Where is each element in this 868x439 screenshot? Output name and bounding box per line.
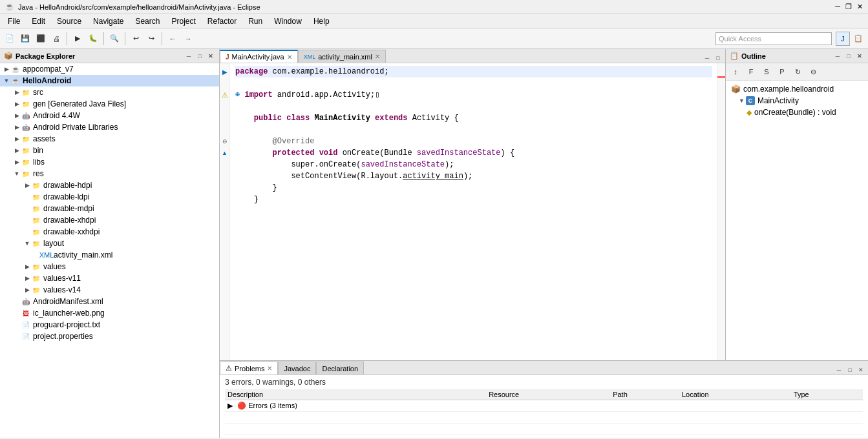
outline-close-btn[interactable]: ✕ bbox=[855, 52, 864, 61]
outline-method[interactable]: ◆ onCreate(Bundle) : void bbox=[728, 107, 865, 118]
errors-group-row[interactable]: ▶ 🔴 Errors (3 items) bbox=[225, 400, 863, 412]
expand-arrow-layout[interactable]: ▼ bbox=[23, 240, 31, 247]
problems-maximize-btn[interactable]: □ bbox=[845, 365, 854, 374]
back-btn[interactable]: ← bbox=[165, 32, 180, 46]
tree-item-drawable-hdpi[interactable]: ▶ 📁 drawable-hdpi bbox=[0, 179, 219, 191]
expand-arrow-values[interactable]: ▶ bbox=[23, 263, 31, 271]
tree-item-iclauncher[interactable]: 🖼 ic_launcher-web.png bbox=[0, 307, 219, 319]
tree-item-bin[interactable]: ▶ 📁 bin bbox=[0, 145, 219, 156]
expand-arrow-drawable-xhdpi[interactable] bbox=[23, 216, 31, 224]
menu-navigate[interactable]: Navigate bbox=[88, 15, 129, 27]
menu-source[interactable]: Source bbox=[52, 15, 87, 27]
menu-run[interactable]: Run bbox=[243, 15, 268, 27]
tree-item-helloandroid[interactable]: ▼ ☕ HelloAndroid bbox=[0, 75, 219, 87]
tree-item-private-libs[interactable]: ▶ 🤖 Android Private Libraries bbox=[0, 121, 219, 133]
tree-item-drawable-xhdpi[interactable]: 📁 drawable-xhdpi bbox=[0, 214, 219, 226]
problems-close-btn[interactable]: ✕ bbox=[856, 365, 865, 374]
outline-hide-nonpublic-btn[interactable]: P bbox=[775, 65, 789, 79]
editor-maximize-btn[interactable]: □ bbox=[714, 54, 723, 63]
expand-errors-arrow[interactable]: ▶ bbox=[228, 402, 233, 409]
maximize-panel-btn[interactable]: □ bbox=[195, 52, 204, 61]
tree-item-activity-main-xml[interactable]: XML activity_main.xml bbox=[0, 249, 219, 261]
outline-sync-btn[interactable]: ↻ bbox=[790, 65, 805, 79]
ann-line-8[interactable]: ▲ bbox=[220, 147, 229, 159]
close-btn[interactable]: ✕ bbox=[857, 3, 863, 11]
menu-search[interactable]: Search bbox=[130, 15, 165, 27]
expand-arrow-appcompat[interactable]: ▶ bbox=[3, 65, 10, 73]
close-panel-btn[interactable]: ✕ bbox=[206, 52, 215, 61]
forward-btn[interactable]: → bbox=[181, 32, 195, 46]
tree-item-drawable-ldpi[interactable]: 📁 drawable-ldpi bbox=[0, 191, 219, 203]
expand-arrow-drawable-xxhdpi[interactable] bbox=[23, 228, 31, 236]
outline-expand-class[interactable]: ▼ bbox=[739, 97, 745, 104]
expand-arrow-values-v14[interactable]: ▶ bbox=[23, 286, 31, 294]
tree-item-values-v11[interactable]: ▶ 📁 values-v11 bbox=[0, 272, 219, 284]
expand-arrow-res[interactable]: ▼ bbox=[13, 170, 21, 178]
expand-arrow-drawable-ldpi[interactable] bbox=[23, 193, 31, 201]
tree-item-appcompat[interactable]: ▶ ☕ appcompat_v7 bbox=[0, 63, 219, 75]
save-all-btn[interactable]: ⬛ bbox=[34, 32, 48, 46]
expand-arrow-private-libs[interactable]: ▶ bbox=[13, 123, 21, 131]
outline-package[interactable]: 📦 com.example.helloandroid bbox=[728, 83, 865, 95]
expand-arrow-drawable-hdpi[interactable]: ▶ bbox=[23, 181, 31, 189]
outline-hide-fields-btn[interactable]: F bbox=[744, 65, 758, 79]
outline-maximize-btn[interactable]: □ bbox=[844, 52, 853, 61]
expand-arrow-gen[interactable]: ▶ bbox=[13, 100, 21, 108]
tab-javadoc[interactable]: Javadoc bbox=[278, 362, 316, 374]
outline-hide-static-btn[interactable]: S bbox=[759, 65, 774, 79]
debug-btn[interactable]: 🐛 bbox=[86, 32, 100, 46]
tab-declaration[interactable]: Declaration bbox=[316, 362, 364, 374]
tree-item-src[interactable]: ▶ 📁 src bbox=[0, 87, 219, 98]
redo-btn[interactable]: ↪ bbox=[144, 32, 158, 46]
overview-ruler[interactable] bbox=[717, 63, 725, 360]
tree-item-libs[interactable]: ▶ 📁 libs bbox=[0, 156, 219, 168]
menu-edit[interactable]: Edit bbox=[26, 15, 50, 27]
restore-btn[interactable]: ❐ bbox=[845, 3, 852, 11]
tree-item-res[interactable]: ▼ 📁 res bbox=[0, 168, 219, 179]
expand-arrow-assets[interactable]: ▶ bbox=[13, 135, 21, 143]
tree-item-values[interactable]: ▶ 📁 values bbox=[0, 261, 219, 272]
tab-mainactivity-close[interactable]: ✕ bbox=[287, 54, 292, 61]
code-text[interactable]: package com.example.helloandroid; ⊕ impo… bbox=[230, 63, 717, 360]
tab-activitymain-close[interactable]: ✕ bbox=[375, 53, 380, 60]
run-last-btn[interactable]: ▶ bbox=[70, 32, 85, 46]
expand-arrow-bin[interactable]: ▶ bbox=[13, 147, 21, 154]
expand-arrow-android44w[interactable]: ▶ bbox=[13, 112, 21, 119]
outline-minimize-btn[interactable]: ─ bbox=[833, 52, 842, 61]
undo-btn[interactable]: ↩ bbox=[129, 32, 143, 46]
menu-file[interactable]: File bbox=[3, 15, 25, 27]
menu-project[interactable]: Project bbox=[166, 15, 200, 27]
menu-refactor[interactable]: Refactor bbox=[202, 15, 242, 27]
tree-item-drawable-xxhdpi[interactable]: 📁 drawable-xxhdpi bbox=[0, 226, 219, 238]
minimize-btn[interactable]: ─ bbox=[835, 3, 840, 11]
search-btn[interactable]: 🔍 bbox=[107, 32, 122, 46]
ann-line-7[interactable]: ⊖ bbox=[220, 136, 229, 147]
expand-arrow-src[interactable]: ▶ bbox=[13, 88, 21, 96]
print-btn[interactable]: 🖨 bbox=[49, 32, 63, 46]
editor-minimize-btn[interactable]: ─ bbox=[703, 54, 712, 63]
tree-item-androidmanifest[interactable]: 🤖 AndroidManifest.xml bbox=[0, 296, 219, 307]
expand-arrow-drawable-mdpi[interactable] bbox=[23, 205, 31, 212]
new-btn[interactable]: 📄 bbox=[3, 32, 17, 46]
minimize-panel-btn[interactable]: ─ bbox=[184, 52, 193, 61]
tab-problems[interactable]: ⚠ Problems ✕ bbox=[220, 362, 278, 374]
menu-help[interactable]: Help bbox=[308, 15, 335, 27]
menu-window[interactable]: Window bbox=[269, 15, 307, 27]
tree-item-android44w[interactable]: ▶ 🤖 Android 4.4W bbox=[0, 110, 219, 121]
java-browse-btn[interactable]: 📋 bbox=[851, 32, 865, 46]
tree-item-gen[interactable]: ▶ 📁 gen [Generated Java Files] bbox=[0, 98, 219, 110]
tree-item-layout[interactable]: ▼ 📁 layout bbox=[0, 238, 219, 249]
tab-mainactivity[interactable]: J MainActivity.java ✕ bbox=[220, 50, 298, 63]
tree-item-project-props[interactable]: 📄 project.properties bbox=[0, 331, 219, 342]
java-perspective-btn[interactable]: J bbox=[836, 32, 850, 46]
tree-item-drawable-mdpi[interactable]: 📁 drawable-mdpi bbox=[0, 203, 219, 214]
tree-item-values-v14[interactable]: ▶ 📁 values-v14 bbox=[0, 284, 219, 296]
outline-sort-btn[interactable]: ↕ bbox=[728, 65, 743, 79]
expand-arrow-helloandroid[interactable]: ▼ bbox=[3, 77, 10, 85]
tab-activitymain[interactable]: XML activity_main.xml ✕ bbox=[298, 50, 386, 63]
tab-problems-close[interactable]: ✕ bbox=[267, 365, 272, 372]
save-btn[interactable]: 💾 bbox=[18, 32, 32, 46]
outline-class[interactable]: ▼ C MainActivity bbox=[728, 95, 865, 107]
tree-item-assets[interactable]: ▶ 📁 assets bbox=[0, 133, 219, 145]
outline-collapse-btn[interactable]: ⊖ bbox=[806, 65, 820, 79]
